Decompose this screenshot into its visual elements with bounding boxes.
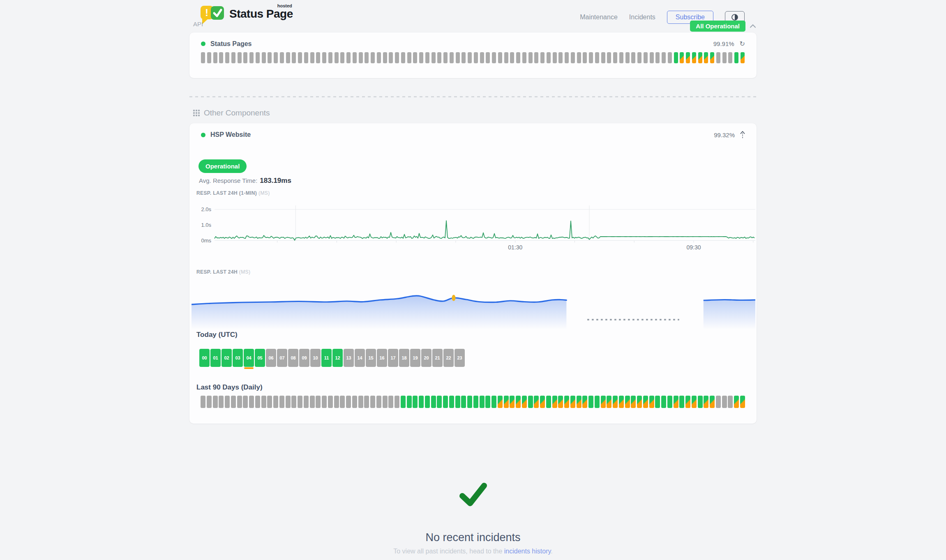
bar-degraded[interactable] bbox=[741, 52, 745, 63]
day-operational[interactable] bbox=[661, 396, 666, 408]
hour-block-19[interactable]: 19 bbox=[410, 349, 420, 367]
bar-no-data[interactable] bbox=[389, 52, 393, 63]
hour-block-01[interactable]: 01 bbox=[210, 349, 221, 367]
bar-no-data[interactable] bbox=[619, 52, 623, 63]
day-no-data[interactable] bbox=[310, 396, 315, 408]
bar-no-data[interactable] bbox=[528, 52, 533, 63]
day-operational[interactable] bbox=[407, 396, 412, 408]
day-no-data[interactable] bbox=[304, 396, 309, 408]
bar-no-data[interactable] bbox=[553, 52, 557, 63]
day-degraded[interactable] bbox=[504, 396, 509, 408]
day-operational[interactable] bbox=[528, 396, 533, 408]
bar-no-data[interactable] bbox=[425, 52, 429, 63]
bar-no-data[interactable] bbox=[468, 52, 472, 63]
day-no-data[interactable] bbox=[340, 396, 345, 408]
day-no-data[interactable] bbox=[383, 396, 388, 408]
day-no-data[interactable] bbox=[322, 396, 327, 408]
hour-block-14[interactable]: 14 bbox=[355, 349, 365, 367]
component-name[interactable]: HSP Website bbox=[210, 131, 251, 138]
hour-block-23[interactable]: 23 bbox=[455, 349, 465, 367]
day-degraded[interactable] bbox=[552, 396, 557, 408]
bar-no-data[interactable] bbox=[450, 52, 454, 63]
bar-no-data[interactable] bbox=[571, 52, 575, 63]
day-no-data[interactable] bbox=[219, 396, 224, 408]
up-arrow-icon[interactable] bbox=[740, 131, 745, 139]
day-operational[interactable] bbox=[473, 396, 478, 408]
bar-no-data[interactable] bbox=[668, 52, 672, 63]
hour-block-11[interactable]: 11 bbox=[321, 349, 332, 367]
bar-no-data[interactable] bbox=[383, 52, 387, 63]
hour-block-18[interactable]: 18 bbox=[399, 349, 409, 367]
day-no-data[interactable] bbox=[231, 396, 236, 408]
hour-block-08[interactable]: 08 bbox=[288, 349, 298, 367]
day-operational[interactable] bbox=[431, 396, 436, 408]
day-degraded[interactable] bbox=[577, 396, 581, 408]
day-no-data[interactable] bbox=[243, 396, 248, 408]
hour-block-15[interactable]: 15 bbox=[366, 349, 376, 367]
bar-no-data[interactable] bbox=[577, 52, 581, 63]
bar-no-data[interactable] bbox=[231, 52, 235, 63]
bar-no-data[interactable] bbox=[249, 52, 254, 63]
bar-no-data[interactable] bbox=[310, 52, 314, 63]
day-operational[interactable] bbox=[546, 396, 551, 408]
bar-no-data[interactable] bbox=[353, 52, 357, 63]
hour-block-05[interactable]: 05 bbox=[255, 349, 265, 367]
bar-operational[interactable] bbox=[674, 52, 678, 63]
bar-no-data[interactable] bbox=[225, 52, 229, 63]
hour-block-03[interactable]: 03 bbox=[233, 349, 243, 367]
bar-no-data[interactable] bbox=[486, 52, 490, 63]
bar-no-data[interactable] bbox=[516, 52, 520, 63]
bar-no-data[interactable] bbox=[595, 52, 599, 63]
day-operational[interactable] bbox=[667, 396, 672, 408]
bar-no-data[interactable] bbox=[650, 52, 654, 63]
day-degraded[interactable] bbox=[522, 396, 527, 408]
nav-item-incidents[interactable]: Incidents bbox=[629, 14, 655, 21]
bar-degraded[interactable] bbox=[680, 52, 684, 63]
bar-no-data[interactable] bbox=[304, 52, 308, 63]
hour-block-06[interactable]: 06 bbox=[266, 349, 276, 367]
day-no-data[interactable] bbox=[370, 396, 375, 408]
bar-no-data[interactable] bbox=[722, 52, 727, 63]
bar-degraded[interactable] bbox=[692, 52, 696, 63]
bar-no-data[interactable] bbox=[207, 52, 211, 63]
day-degraded[interactable] bbox=[534, 396, 539, 408]
day-operational[interactable] bbox=[449, 396, 454, 408]
day-operational[interactable] bbox=[413, 396, 418, 408]
bar-degraded[interactable] bbox=[698, 52, 702, 63]
hour-block-02[interactable]: 02 bbox=[222, 349, 232, 367]
day-no-data[interactable] bbox=[722, 396, 727, 408]
day-no-data[interactable] bbox=[267, 396, 272, 408]
day-no-data[interactable] bbox=[255, 396, 260, 408]
day-no-data[interactable] bbox=[328, 396, 333, 408]
day-operational[interactable] bbox=[655, 396, 660, 408]
day-degraded[interactable] bbox=[649, 396, 654, 408]
day-degraded[interactable] bbox=[625, 396, 630, 408]
day-operational[interactable] bbox=[491, 396, 496, 408]
day-operational[interactable] bbox=[425, 396, 430, 408]
day-no-data[interactable] bbox=[298, 396, 302, 408]
hour-block-17[interactable]: 17 bbox=[388, 349, 398, 367]
day-operational[interactable] bbox=[485, 396, 490, 408]
day-degraded[interactable] bbox=[631, 396, 636, 408]
day-degraded[interactable] bbox=[607, 396, 611, 408]
bar-no-data[interactable] bbox=[213, 52, 217, 63]
bar-no-data[interactable] bbox=[413, 52, 417, 63]
bar-no-data[interactable] bbox=[340, 52, 344, 63]
day-no-data[interactable] bbox=[273, 396, 278, 408]
day-no-data[interactable] bbox=[316, 396, 321, 408]
hour-block-04[interactable]: 04 bbox=[244, 349, 254, 367]
bar-no-data[interactable] bbox=[540, 52, 545, 63]
day-no-data[interactable] bbox=[358, 396, 363, 408]
bar-no-data[interactable] bbox=[280, 52, 284, 63]
bar-degraded[interactable] bbox=[704, 52, 708, 63]
bar-no-data[interactable] bbox=[547, 52, 551, 63]
bar-no-data[interactable] bbox=[461, 52, 466, 63]
day-degraded[interactable] bbox=[619, 396, 624, 408]
hour-block-07[interactable]: 07 bbox=[277, 349, 287, 367]
day-operational[interactable] bbox=[698, 396, 703, 408]
hour-block-22[interactable]: 22 bbox=[443, 349, 454, 367]
day-no-data[interactable] bbox=[225, 396, 230, 408]
bar-no-data[interactable] bbox=[286, 52, 290, 63]
incidents-history-link[interactable]: incidents history bbox=[504, 548, 551, 555]
day-no-data[interactable] bbox=[376, 396, 381, 408]
